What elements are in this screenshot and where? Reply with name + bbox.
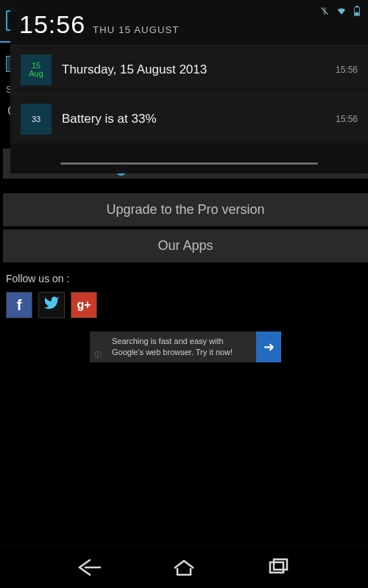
home-button[interactable]: [170, 558, 198, 577]
ad-banner[interactable]: ⓘ Searching is fast and easy with Google…: [90, 331, 281, 362]
arrow-right-icon: ➜: [263, 339, 275, 355]
ad-text: Searching is fast and easy with Google's…: [106, 331, 256, 362]
shade-drag-handle[interactable]: [60, 162, 318, 165]
system-navbar: [0, 545, 368, 588]
google-plus-button[interactable]: g+: [71, 292, 97, 318]
follow-us-label: Follow us on :: [3, 262, 368, 292]
mute-icon: [319, 6, 330, 18]
notification-battery[interactable]: 33 Battery is at 33% 15:56: [10, 94, 368, 143]
twitter-icon: [43, 295, 60, 315]
shade-header: 15:56 THU 15 AUGUST: [10, 0, 368, 45]
notification-list: 15 Aug Thursday, 15 August 2013 15:56 33…: [10, 45, 368, 143]
svg-rect-1: [355, 6, 358, 7]
google-plus-icon: g+: [77, 298, 91, 312]
svg-rect-4: [274, 559, 287, 570]
svg-rect-2: [355, 12, 358, 15]
home-icon: [170, 558, 198, 577]
battery-percent-value: 33: [32, 115, 40, 123]
battery-percent-icon: 33: [21, 104, 52, 135]
notification-date[interactable]: 15 Aug Thursday, 15 August 2013 15:56: [10, 45, 368, 94]
ad-cta-button[interactable]: ➜: [256, 331, 281, 362]
shade-clock[interactable]: 15:56: [19, 10, 85, 39]
upgrade-button[interactable]: Upgrade to the Pro version: [3, 193, 368, 226]
recent-apps-icon: [264, 558, 292, 577]
shade-date[interactable]: THU 15 AUGUST: [93, 24, 179, 39]
wifi-icon: [336, 6, 347, 18]
facebook-icon: f: [17, 297, 22, 314]
battery-status-icon: [353, 6, 361, 18]
back-button[interactable]: [76, 558, 104, 577]
facebook-button[interactable]: f: [6, 292, 32, 318]
notification-title: Battery is at 33%: [62, 112, 336, 126]
svg-rect-3: [270, 562, 283, 573]
notification-timestamp: 15:56: [336, 65, 358, 75]
calendar-icon: 15 Aug: [21, 54, 52, 85]
notification-title: Thursday, 15 August 2013: [62, 62, 336, 77]
our-apps-button[interactable]: Our Apps: [3, 229, 368, 262]
twitter-button[interactable]: [38, 292, 65, 318]
adchoices-icon[interactable]: ⓘ: [90, 331, 106, 362]
status-icons: [319, 6, 361, 18]
calendar-icon-month: Aug: [29, 70, 43, 78]
notification-timestamp: 15:56: [336, 114, 358, 124]
back-icon: [76, 558, 104, 577]
social-row: f g+: [3, 292, 368, 318]
notification-shade[interactable]: 15:56 THU 15 AUGUST 15 Aug Thursday, 15 …: [10, 0, 368, 173]
recent-apps-button[interactable]: [264, 558, 292, 577]
